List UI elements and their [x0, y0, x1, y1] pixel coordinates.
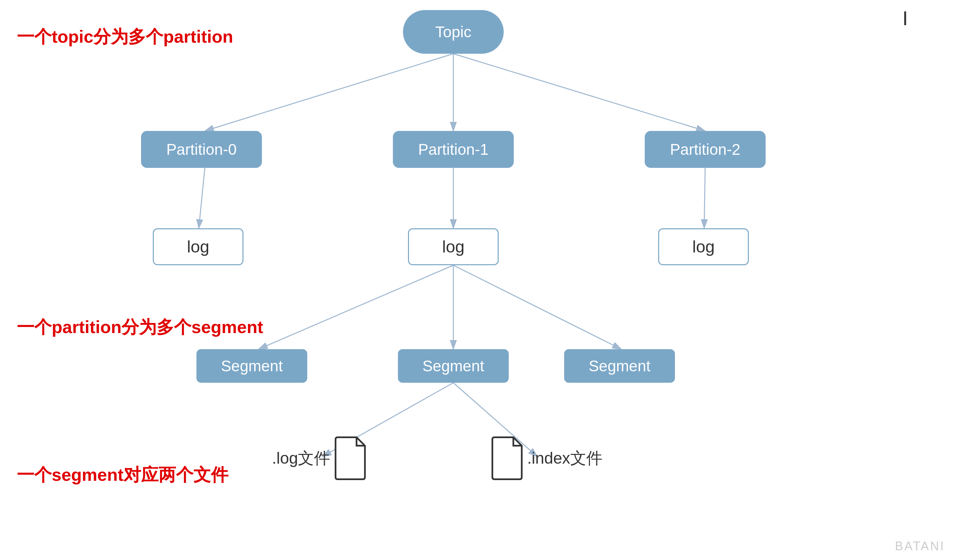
svg-line-6: [258, 265, 453, 349]
log-1-node: log: [408, 228, 499, 265]
annotation-segment-files: 一个segment对应两个文件: [17, 463, 229, 487]
annotation-topic-partition: 一个topic分为多个partition: [17, 25, 233, 48]
partition-0-node: Partition-0: [141, 131, 262, 168]
index-file-icon: [490, 436, 524, 480]
watermark: BATANI: [895, 539, 945, 553]
svg-line-0: [205, 54, 453, 131]
svg-line-8: [453, 265, 621, 349]
annotation-partition-segment: 一个partition分为多个segment: [17, 316, 263, 339]
text-cursor: I: [902, 7, 908, 30]
segment-1-node: Segment: [398, 349, 509, 383]
diagram-container: 一个topic分为多个partition 一个partition分为多个segm…: [0, 0, 955, 560]
log-file-group: .log文件: [272, 436, 367, 480]
partition-2-node: Partition-2: [645, 131, 766, 168]
topic-node: Topic: [403, 10, 504, 54]
svg-line-2: [453, 54, 705, 131]
segment-0-node: Segment: [196, 349, 307, 383]
log-0-node: log: [153, 228, 243, 265]
index-file-group: .index文件: [490, 436, 603, 480]
log-file-label: .log文件: [272, 447, 330, 469]
index-file-label: .index文件: [527, 447, 603, 469]
segment-2-node: Segment: [564, 349, 675, 383]
svg-line-3: [199, 168, 205, 228]
partition-1-node: Partition-1: [393, 131, 514, 168]
log-file-icon: [333, 436, 367, 480]
log-2-node: log: [658, 228, 749, 265]
svg-line-5: [704, 168, 705, 228]
